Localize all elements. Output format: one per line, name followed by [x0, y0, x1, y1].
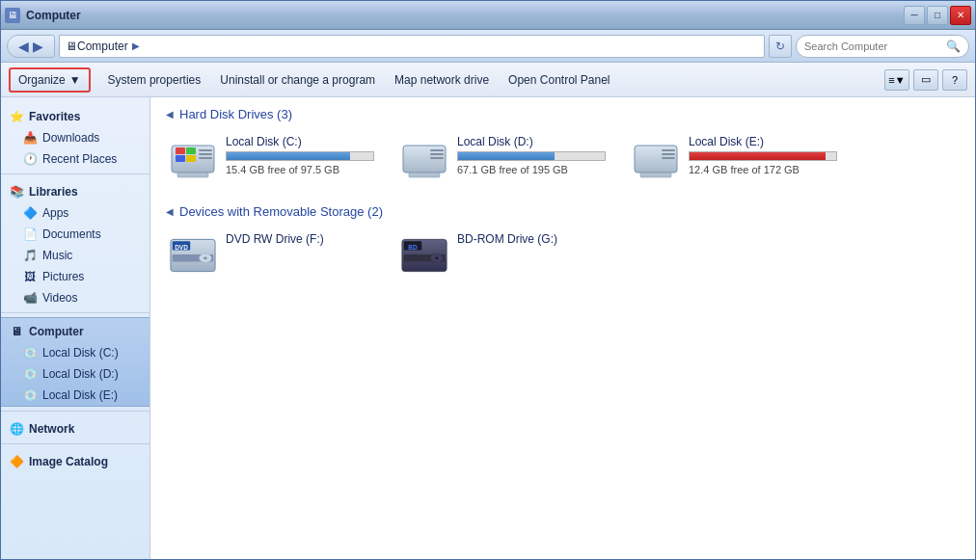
apps-icon: 🔷: [22, 205, 38, 221]
videos-label: Videos: [42, 291, 77, 305]
uninstall-button[interactable]: Uninstall or change a program: [218, 69, 377, 91]
toolbar: Organize ▼ System properties Uninstall o…: [1, 63, 975, 97]
drive-c-item[interactable]: Local Disk (C:) 15.4 GB free of 97.5 GB: [166, 131, 378, 185]
drive-d-item[interactable]: Local Disk (D:) 67.1 GB free of 195 GB: [397, 131, 610, 185]
hard-disk-toggle[interactable]: ◀: [166, 109, 174, 120]
search-icon: 🔍: [946, 40, 961, 53]
address-path[interactable]: 🖥 Computer ▶: [59, 35, 765, 58]
sidebar-item-videos[interactable]: 📹 Videos: [1, 287, 149, 308]
drive-e-icon: [633, 135, 679, 181]
system-properties-button[interactable]: System properties: [106, 69, 203, 91]
sidebar-item-local-disk-c[interactable]: 💿 Local Disk (C:): [1, 342, 149, 363]
network-icon: 🌐: [9, 421, 24, 437]
svg-text:DVD: DVD: [175, 244, 188, 251]
toolbar-right: ≡▼ ▭ ?: [884, 69, 967, 91]
pictures-label: Pictures: [42, 270, 84, 283]
sidebar-item-local-disk-d[interactable]: 💿 Local Disk (D:): [1, 363, 149, 385]
svg-rect-5: [199, 149, 212, 151]
sidebar-item-apps[interactable]: 🔷 Apps: [1, 202, 149, 224]
back-forward-button[interactable]: ◀ ▶: [7, 35, 55, 58]
address-bar: ◀ ▶ 🖥 Computer ▶ ↻ 🔍: [1, 30, 975, 63]
svg-text:BD: BD: [408, 244, 418, 251]
drive-c-name: Local Disk (C:): [226, 135, 374, 148]
dvd-drive-item[interactable]: DVD: [166, 228, 378, 282]
libraries-section: 📚 Libraries 🔷 Apps 📄 Documents 🎵 Music 🖼: [1, 178, 149, 308]
svg-rect-17: [662, 157, 675, 159]
sidebar-item-downloads[interactable]: 📥 Downloads: [1, 127, 149, 148]
bd-drive-item[interactable]: BD: [397, 228, 610, 282]
back-icon: ◀ ▶: [18, 39, 43, 54]
local-disk-d-icon: 💿: [22, 366, 38, 382]
sidebar-image-catalog-header[interactable]: 🔶 Image Catalog: [1, 448, 149, 472]
bd-drive-icon: BD: [401, 232, 447, 279]
explorer-window: 🖥 Computer ─ □ ✕ ◀ ▶ 🖥 Computer ▶ ↻ 🔍 O: [0, 0, 976, 560]
drive-c-icon: [170, 135, 216, 181]
pane-button[interactable]: ▭: [913, 69, 938, 91]
drive-d-bar-container: [457, 151, 606, 161]
videos-icon: 📹: [22, 290, 38, 306]
removable-section-header: ◀ Devices with Removable Storage (2): [166, 204, 960, 219]
view-dropdown-button[interactable]: ≡▼: [884, 69, 909, 91]
favorites-label: Favorites: [29, 110, 80, 123]
network-label: Network: [29, 422, 74, 436]
map-network-button[interactable]: Map network drive: [393, 69, 491, 91]
libraries-label: Libraries: [29, 185, 78, 199]
path-root: Computer: [77, 40, 128, 53]
computer-sidebar-icon: 🖥: [9, 324, 24, 339]
svg-rect-10: [430, 149, 444, 151]
sidebar-item-recent-places[interactable]: 🕐 Recent Places: [1, 148, 149, 170]
removable-drives-row: DVD: [166, 228, 960, 282]
bd-drive-info: BD-ROM Drive (G:): [457, 232, 606, 249]
libraries-icon: 📚: [9, 184, 24, 200]
close-button[interactable]: ✕: [950, 6, 971, 25]
sidebar-item-documents[interactable]: 📄 Documents: [1, 224, 149, 245]
minimize-button[interactable]: ─: [904, 6, 925, 25]
sidebar-divider-3: [1, 411, 149, 412]
title-bar-left: 🖥 Computer: [5, 8, 81, 23]
image-catalog-icon: 🔶: [9, 454, 24, 469]
music-icon: 🎵: [22, 248, 38, 263]
pictures-icon: 🖼: [22, 269, 38, 284]
computer-label: Computer: [29, 325, 84, 338]
recent-places-icon: 🕐: [22, 151, 38, 167]
sidebar-item-pictures[interactable]: 🖼 Pictures: [1, 266, 149, 287]
sidebar-divider-2: [1, 312, 149, 313]
sidebar-item-music[interactable]: 🎵 Music: [1, 245, 149, 266]
sidebar-computer-header[interactable]: 🖥 Computer: [1, 318, 149, 342]
image-catalog-section: 🔶 Image Catalog: [1, 448, 149, 472]
hard-disk-drives-grid: Local Disk (C:) 15.4 GB free of 97.5 GB: [166, 131, 960, 185]
favorites-icon: ⭐: [9, 109, 24, 124]
svg-rect-3: [176, 155, 185, 162]
drive-c-size: 15.4 GB free of 97.5 GB: [226, 164, 374, 175]
removable-toggle[interactable]: ◀: [166, 206, 174, 217]
sidebar-divider-1: [1, 173, 149, 174]
svg-rect-1: [176, 147, 185, 154]
drive-d-icon: [401, 135, 447, 181]
refresh-button[interactable]: ↻: [769, 35, 792, 58]
svg-rect-13: [409, 173, 440, 177]
bd-drive-name: BD-ROM Drive (G:): [457, 232, 606, 246]
nav-buttons: ◀ ▶: [7, 35, 55, 58]
search-input[interactable]: [804, 40, 942, 52]
open-control-panel-button[interactable]: Open Control Panel: [506, 69, 611, 91]
sidebar-network-header[interactable]: 🌐 Network: [1, 415, 149, 440]
help-button[interactable]: ?: [942, 69, 967, 91]
downloads-icon: 📥: [22, 130, 38, 146]
drive-d-info: Local Disk (D:) 67.1 GB free of 195 GB: [457, 135, 606, 175]
sidebar-libraries-header[interactable]: 📚 Libraries: [1, 178, 149, 202]
organize-arrow-icon: ▼: [69, 73, 81, 87]
dvd-drive-info: DVD RW Drive (F:): [226, 232, 374, 249]
sidebar-item-local-disk-e[interactable]: 💿 Local Disk (E:): [1, 385, 149, 406]
drive-e-item[interactable]: Local Disk (E:) 12.4 GB free of 172 GB: [629, 131, 841, 185]
maximize-button[interactable]: □: [927, 6, 948, 25]
drive-d-name: Local Disk (D:): [457, 135, 606, 148]
dvd-drive-name: DVD RW Drive (F:): [226, 232, 374, 246]
svg-rect-15: [662, 149, 675, 151]
sidebar: ⭐ Favorites 📥 Downloads 🕐 Recent Places …: [1, 97, 150, 559]
sidebar-favorites-header[interactable]: ⭐ Favorites: [1, 103, 149, 127]
search-box[interactable]: 🔍: [796, 35, 969, 58]
computer-section: 🖥 Computer 💿 Local Disk (C:) 💿 Local Dis…: [1, 317, 149, 407]
window-title: Computer: [26, 9, 81, 22]
svg-rect-2: [186, 147, 196, 154]
organize-button[interactable]: Organize ▼: [9, 67, 91, 93]
